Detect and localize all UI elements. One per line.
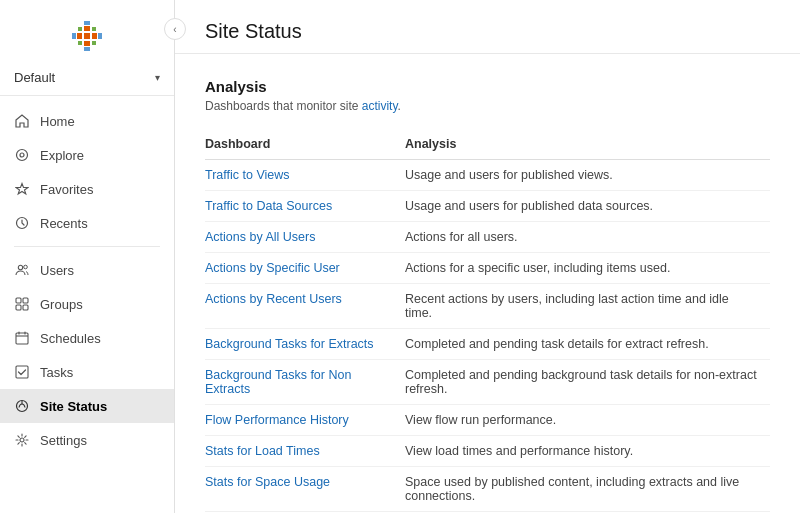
dashboard-link-cell[interactable]: Flow Performance History — [205, 405, 405, 436]
section-subtitle: Dashboards that monitor site activity. — [205, 99, 770, 113]
main-content-area: Site Status Analysis Dashboards that mon… — [175, 0, 800, 513]
svg-rect-6 — [84, 47, 90, 51]
svg-rect-1 — [84, 26, 90, 31]
dashboard-link[interactable]: Traffic to Views — [205, 168, 290, 182]
sidebar-item-recents[interactable]: Recents — [0, 206, 174, 240]
dashboard-link-cell[interactable]: Actions by Recent Users — [205, 284, 405, 329]
sidebar-item-groups[interactable]: Groups — [0, 287, 174, 321]
table-row: Traffic to ViewsUsage and users for publ… — [205, 160, 770, 191]
sidebar-item-tasks-label: Tasks — [40, 365, 73, 380]
svg-rect-5 — [84, 21, 90, 25]
sidebar-item-site-status-label: Site Status — [40, 399, 107, 414]
sidebar-item-favorites[interactable]: Favorites — [0, 172, 174, 206]
sidebar-item-tasks[interactable]: Tasks — [0, 355, 174, 389]
svg-point-14 — [20, 153, 24, 157]
dashboard-link[interactable]: Background Tasks for Non Extracts — [205, 368, 351, 396]
dashboard-link-cell[interactable]: Traffic to Data Sources — [205, 191, 405, 222]
sidebar-item-settings-label: Settings — [40, 433, 87, 448]
dashboard-link-cell[interactable]: Stats for Load Times — [205, 436, 405, 467]
svg-rect-9 — [78, 27, 82, 31]
sidebar-item-explore[interactable]: Explore — [0, 138, 174, 172]
svg-rect-22 — [16, 333, 28, 344]
svg-rect-8 — [98, 33, 102, 39]
svg-rect-23 — [16, 366, 28, 378]
dashboard-link[interactable]: Actions by All Users — [205, 230, 315, 244]
dashboard-link-cell[interactable]: Traffic to Views — [205, 160, 405, 191]
dashboard-description: Actions for all users. — [405, 222, 770, 253]
sidebar-item-users-label: Users — [40, 263, 74, 278]
sidebar-nav: Home Explore Favorites — [0, 96, 174, 513]
sidebar-item-users[interactable]: Users — [0, 253, 174, 287]
dashboard-link[interactable]: Actions by Specific User — [205, 261, 340, 275]
dashboard-description: View flow run performance. — [405, 405, 770, 436]
main-body: Analysis Dashboards that monitor site ac… — [175, 54, 800, 513]
sidebar-item-explore-label: Explore — [40, 148, 84, 163]
activity-link[interactable]: activity — [362, 99, 398, 113]
svg-rect-7 — [72, 33, 76, 39]
svg-rect-12 — [92, 41, 96, 45]
sidebar-item-recents-label: Recents — [40, 216, 88, 231]
dashboard-link[interactable]: Background Tasks for Extracts — [205, 337, 374, 351]
dashboards-table: Dashboard Analysis Traffic to ViewsUsage… — [205, 129, 770, 513]
svg-rect-2 — [84, 41, 90, 46]
sidebar: Default ▾ Home Explore — [0, 0, 175, 513]
dashboard-description: Usage and users for published views. — [405, 160, 770, 191]
svg-rect-11 — [78, 41, 82, 45]
dashboard-link[interactable]: Actions by Recent Users — [205, 292, 342, 306]
table-row: Background Tasks for Non ExtractsComplet… — [205, 360, 770, 405]
col-header-dashboard: Dashboard — [205, 129, 405, 160]
settings-icon — [14, 432, 30, 448]
sidebar-item-groups-label: Groups — [40, 297, 83, 312]
dashboard-description: Actions for a specific user, including i… — [405, 253, 770, 284]
environment-label: Default — [14, 70, 55, 85]
recents-icon — [14, 215, 30, 231]
logo — [0, 0, 174, 64]
users-icon — [14, 262, 30, 278]
dashboard-link-cell[interactable]: Stats for Space Usage — [205, 467, 405, 512]
tasks-icon — [14, 364, 30, 380]
sidebar-item-settings[interactable]: Settings — [0, 423, 174, 457]
svg-point-16 — [18, 265, 22, 269]
sidebar-item-home[interactable]: Home — [0, 104, 174, 138]
svg-point-13 — [17, 150, 28, 161]
explore-icon — [14, 147, 30, 163]
sidebar-item-schedules[interactable]: Schedules — [0, 321, 174, 355]
table-row: Actions by Recent UsersRecent actions by… — [205, 284, 770, 329]
dashboard-link[interactable]: Flow Performance History — [205, 413, 349, 427]
svg-rect-20 — [16, 305, 21, 310]
svg-rect-4 — [92, 33, 97, 39]
sidebar-item-site-status[interactable]: Site Status — [0, 389, 174, 423]
dashboard-link[interactable]: Stats for Space Usage — [205, 475, 330, 489]
environment-selector[interactable]: Default ▾ — [0, 64, 174, 96]
svg-rect-3 — [77, 33, 82, 39]
dashboard-link-cell[interactable]: Actions by All Users — [205, 222, 405, 253]
dashboard-link-cell[interactable]: Background Tasks for Extracts — [205, 329, 405, 360]
table-row: Flow Performance HistoryView flow run pe… — [205, 405, 770, 436]
dashboard-link[interactable]: Stats for Load Times — [205, 444, 320, 458]
svg-rect-19 — [23, 298, 28, 303]
tableau-logo-icon — [69, 18, 105, 54]
svg-rect-0 — [84, 33, 90, 39]
dashboard-description: Space used by published content, includi… — [405, 467, 770, 512]
home-icon — [14, 113, 30, 129]
schedules-icon — [14, 330, 30, 346]
sidebar-item-schedules-label: Schedules — [40, 331, 101, 346]
sidebar-item-favorites-label: Favorites — [40, 182, 93, 197]
col-header-analysis: Analysis — [405, 129, 770, 160]
sidebar-collapse-button[interactable]: ‹ — [164, 18, 186, 40]
nav-separator — [14, 246, 160, 247]
dashboard-link-cell[interactable]: Background Tasks for Non Extracts — [205, 360, 405, 405]
dashboard-description: Usage and users for published data sourc… — [405, 191, 770, 222]
section-heading: Analysis — [205, 78, 770, 95]
favorites-icon — [14, 181, 30, 197]
dashboard-description: Completed and pending background task de… — [405, 360, 770, 405]
svg-rect-21 — [23, 305, 28, 310]
sidebar-item-home-label: Home — [40, 114, 75, 129]
dashboard-link-cell[interactable]: Actions by Specific User — [205, 253, 405, 284]
table-row: Actions by Specific UserActions for a sp… — [205, 253, 770, 284]
chevron-down-icon: ▾ — [155, 72, 160, 83]
dashboard-link[interactable]: Traffic to Data Sources — [205, 199, 332, 213]
dashboard-description: View load times and performance history. — [405, 436, 770, 467]
site-status-icon — [14, 398, 30, 414]
page-title: Site Status — [205, 20, 770, 43]
